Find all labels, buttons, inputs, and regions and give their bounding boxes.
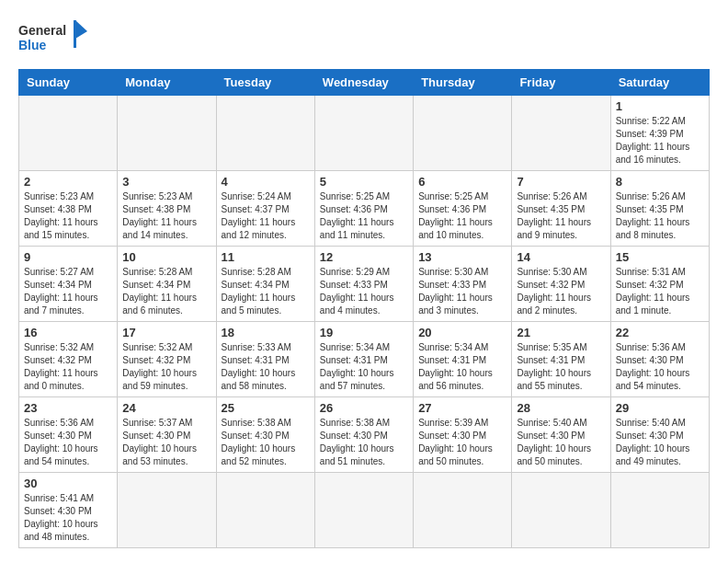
calendar-day-cell: 30Sunrise: 5:41 AM Sunset: 4:30 PM Dayli… bbox=[19, 473, 118, 548]
day-info: Sunrise: 5:28 AM Sunset: 4:34 PM Dayligh… bbox=[222, 266, 310, 317]
day-number: 3 bbox=[122, 175, 210, 189]
day-info: Sunrise: 5:26 AM Sunset: 4:35 PM Dayligh… bbox=[616, 190, 704, 242]
calendar-day-cell bbox=[314, 473, 413, 548]
calendar-day-cell: 16Sunrise: 5:32 AM Sunset: 4:32 PM Dayli… bbox=[19, 322, 118, 397]
day-number: 15 bbox=[616, 250, 704, 264]
calendar-day-cell: 26Sunrise: 5:38 AM Sunset: 4:30 PM Dayli… bbox=[314, 397, 413, 473]
day-number: 22 bbox=[616, 326, 704, 339]
day-number: 1 bbox=[616, 99, 704, 113]
calendar-day-cell: 5Sunrise: 5:25 AM Sunset: 4:36 PM Daylig… bbox=[314, 171, 413, 247]
calendar-day-cell: 6Sunrise: 5:25 AM Sunset: 4:36 PM Daylig… bbox=[414, 171, 512, 247]
day-number: 25 bbox=[222, 401, 310, 415]
day-info: Sunrise: 5:23 AM Sunset: 4:38 PM Dayligh… bbox=[24, 190, 112, 242]
calendar-day-cell bbox=[118, 96, 216, 171]
day-info: Sunrise: 5:34 AM Sunset: 4:31 PM Dayligh… bbox=[320, 341, 408, 393]
calendar-header-wednesday: Wednesday bbox=[314, 70, 413, 96]
calendar-day-cell: 15Sunrise: 5:31 AM Sunset: 4:32 PM Dayli… bbox=[610, 247, 709, 322]
day-info: Sunrise: 5:29 AM Sunset: 4:33 PM Dayligh… bbox=[320, 266, 408, 317]
day-number: 26 bbox=[320, 401, 408, 415]
day-info: Sunrise: 5:41 AM Sunset: 4:30 PM Dayligh… bbox=[24, 492, 112, 544]
calendar-header-row: SundayMondayTuesdayWednesdayThursdayFrid… bbox=[19, 70, 710, 96]
calendar-day-cell: 27Sunrise: 5:39 AM Sunset: 4:30 PM Dayli… bbox=[414, 397, 512, 473]
day-info: Sunrise: 5:26 AM Sunset: 4:35 PM Dayligh… bbox=[517, 190, 605, 242]
calendar-table: SundayMondayTuesdayWednesdayThursdayFrid… bbox=[18, 69, 710, 548]
calendar-day-cell: 3Sunrise: 5:23 AM Sunset: 4:38 PM Daylig… bbox=[118, 171, 216, 247]
calendar-day-cell: 20Sunrise: 5:34 AM Sunset: 4:31 PM Dayli… bbox=[414, 322, 512, 397]
calendar-day-cell: 24Sunrise: 5:37 AM Sunset: 4:30 PM Dayli… bbox=[118, 397, 216, 473]
svg-text:General: General bbox=[18, 23, 66, 38]
day-number: 10 bbox=[122, 250, 210, 264]
day-info: Sunrise: 5:35 AM Sunset: 4:31 PM Dayligh… bbox=[517, 341, 605, 393]
calendar-day-cell: 29Sunrise: 5:40 AM Sunset: 4:30 PM Dayli… bbox=[610, 397, 709, 473]
day-info: Sunrise: 5:36 AM Sunset: 4:30 PM Dayligh… bbox=[24, 417, 112, 468]
day-info: Sunrise: 5:39 AM Sunset: 4:30 PM Dayligh… bbox=[418, 417, 506, 468]
calendar-day-cell: 19Sunrise: 5:34 AM Sunset: 4:31 PM Dayli… bbox=[314, 322, 413, 397]
day-number: 7 bbox=[517, 175, 605, 189]
calendar-week-row: 2Sunrise: 5:23 AM Sunset: 4:38 PM Daylig… bbox=[19, 171, 710, 247]
calendar-day-cell bbox=[414, 473, 512, 548]
day-info: Sunrise: 5:27 AM Sunset: 4:34 PM Dayligh… bbox=[24, 266, 112, 317]
calendar-day-cell bbox=[216, 473, 314, 548]
calendar-week-row: 9Sunrise: 5:27 AM Sunset: 4:34 PM Daylig… bbox=[19, 247, 710, 322]
calendar-week-row: 1Sunrise: 5:22 AM Sunset: 4:39 PM Daylig… bbox=[19, 96, 710, 171]
calendar-header-saturday: Saturday bbox=[610, 70, 709, 96]
day-number: 14 bbox=[517, 250, 605, 264]
day-number: 5 bbox=[320, 175, 408, 189]
day-number: 2 bbox=[24, 175, 112, 189]
calendar-day-cell bbox=[610, 473, 709, 548]
calendar-day-cell: 14Sunrise: 5:30 AM Sunset: 4:32 PM Dayli… bbox=[512, 247, 610, 322]
day-info: Sunrise: 5:25 AM Sunset: 4:36 PM Dayligh… bbox=[320, 190, 408, 242]
calendar-day-cell bbox=[118, 473, 216, 548]
day-number: 6 bbox=[418, 175, 506, 189]
calendar-day-cell: 25Sunrise: 5:38 AM Sunset: 4:30 PM Dayli… bbox=[216, 397, 314, 473]
calendar-day-cell: 28Sunrise: 5:40 AM Sunset: 4:30 PM Dayli… bbox=[512, 397, 610, 473]
svg-marker-2 bbox=[75, 20, 87, 39]
calendar-week-row: 30Sunrise: 5:41 AM Sunset: 4:30 PM Dayli… bbox=[19, 473, 710, 548]
calendar-day-cell bbox=[414, 96, 512, 171]
day-info: Sunrise: 5:32 AM Sunset: 4:32 PM Dayligh… bbox=[122, 341, 210, 393]
svg-rect-3 bbox=[74, 20, 76, 48]
calendar-day-cell bbox=[512, 473, 610, 548]
day-number: 23 bbox=[24, 401, 112, 415]
day-number: 29 bbox=[616, 401, 704, 415]
day-number: 17 bbox=[122, 326, 210, 339]
page-header: GeneralBlue bbox=[18, 18, 710, 60]
day-number: 24 bbox=[122, 401, 210, 415]
day-number: 12 bbox=[320, 250, 408, 264]
calendar-day-cell: 8Sunrise: 5:26 AM Sunset: 4:35 PM Daylig… bbox=[610, 171, 709, 247]
calendar-header-tuesday: Tuesday bbox=[216, 70, 314, 96]
day-info: Sunrise: 5:40 AM Sunset: 4:30 PM Dayligh… bbox=[517, 417, 605, 468]
day-info: Sunrise: 5:23 AM Sunset: 4:38 PM Dayligh… bbox=[122, 190, 210, 242]
calendar-day-cell bbox=[19, 96, 118, 171]
day-info: Sunrise: 5:31 AM Sunset: 4:32 PM Dayligh… bbox=[616, 266, 704, 317]
calendar-day-cell: 4Sunrise: 5:24 AM Sunset: 4:37 PM Daylig… bbox=[216, 171, 314, 247]
day-info: Sunrise: 5:40 AM Sunset: 4:30 PM Dayligh… bbox=[616, 417, 704, 468]
day-info: Sunrise: 5:36 AM Sunset: 4:30 PM Dayligh… bbox=[616, 341, 704, 393]
day-number: 27 bbox=[418, 401, 506, 415]
calendar-header-sunday: Sunday bbox=[19, 70, 118, 96]
calendar-day-cell: 10Sunrise: 5:28 AM Sunset: 4:34 PM Dayli… bbox=[118, 247, 216, 322]
day-info: Sunrise: 5:30 AM Sunset: 4:32 PM Dayligh… bbox=[517, 266, 605, 317]
day-number: 8 bbox=[616, 175, 704, 189]
calendar-day-cell bbox=[216, 96, 314, 171]
calendar-day-cell: 2Sunrise: 5:23 AM Sunset: 4:38 PM Daylig… bbox=[19, 171, 118, 247]
day-info: Sunrise: 5:25 AM Sunset: 4:36 PM Dayligh… bbox=[418, 190, 506, 242]
calendar-day-cell: 12Sunrise: 5:29 AM Sunset: 4:33 PM Dayli… bbox=[314, 247, 413, 322]
day-info: Sunrise: 5:38 AM Sunset: 4:30 PM Dayligh… bbox=[222, 417, 310, 468]
calendar-day-cell: 1Sunrise: 5:22 AM Sunset: 4:39 PM Daylig… bbox=[610, 96, 709, 171]
calendar-week-row: 23Sunrise: 5:36 AM Sunset: 4:30 PM Dayli… bbox=[19, 397, 710, 473]
calendar-day-cell: 7Sunrise: 5:26 AM Sunset: 4:35 PM Daylig… bbox=[512, 171, 610, 247]
day-number: 4 bbox=[222, 175, 310, 189]
day-info: Sunrise: 5:30 AM Sunset: 4:33 PM Dayligh… bbox=[418, 266, 506, 317]
calendar-day-cell: 9Sunrise: 5:27 AM Sunset: 4:34 PM Daylig… bbox=[19, 247, 118, 322]
calendar-header-friday: Friday bbox=[512, 70, 610, 96]
calendar-day-cell: 11Sunrise: 5:28 AM Sunset: 4:34 PM Dayli… bbox=[216, 247, 314, 322]
day-info: Sunrise: 5:28 AM Sunset: 4:34 PM Dayligh… bbox=[122, 266, 210, 317]
day-number: 16 bbox=[24, 326, 112, 339]
day-info: Sunrise: 5:38 AM Sunset: 4:30 PM Dayligh… bbox=[320, 417, 408, 468]
calendar-day-cell: 21Sunrise: 5:35 AM Sunset: 4:31 PM Dayli… bbox=[512, 322, 610, 397]
calendar-day-cell: 17Sunrise: 5:32 AM Sunset: 4:32 PM Dayli… bbox=[118, 322, 216, 397]
day-number: 19 bbox=[320, 326, 408, 339]
calendar-day-cell: 18Sunrise: 5:33 AM Sunset: 4:31 PM Dayli… bbox=[216, 322, 314, 397]
logo-svg: GeneralBlue bbox=[18, 18, 92, 60]
